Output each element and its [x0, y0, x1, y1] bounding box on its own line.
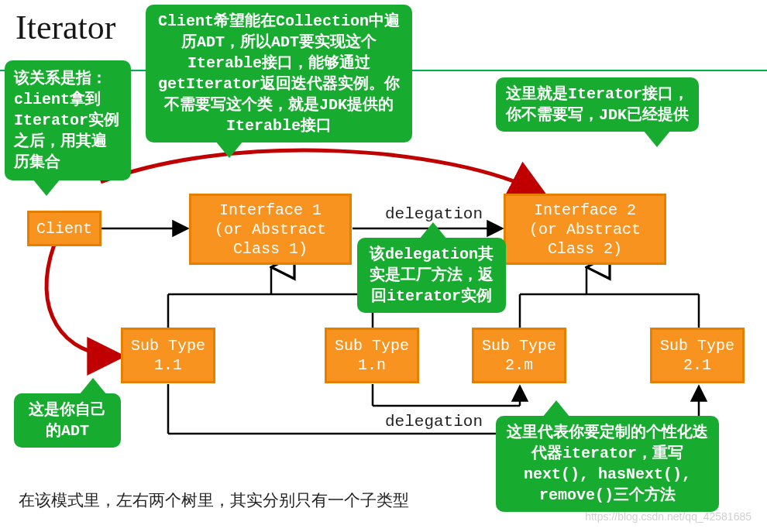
box-interface-2: Interface 2 (or Abstract Class 2)	[504, 194, 666, 265]
box-interface-1: Interface 1 (or Abstract Class 1)	[189, 194, 352, 265]
box-subtype-1-1: Sub Type 1.1	[121, 328, 215, 383]
callout-top-right: 这里就是Iterator接口，你不需要写，JDK已经提供	[496, 77, 699, 132]
box-subtype-2-m: Sub Type 2.m	[472, 328, 566, 383]
label-delegation-bottom: delegation	[385, 413, 483, 431]
label-delegation-top: delegation	[385, 205, 483, 223]
box-client: Client	[27, 211, 101, 246]
callout-top-right-text: 这里就是Iterator接口，你不需要写，JDK已经提供	[506, 85, 689, 124]
callout-top-center: Client希望能在Collection中遍历ADT，所以ADT要实现这个Ite…	[146, 5, 412, 142]
box-subtype-2-1: Sub Type 2.1	[650, 328, 745, 383]
box-subtype-1-n: Sub Type 1.n	[325, 328, 419, 383]
footer-note: 在该模式里，左右两个树里，其实分别只有一个子类型	[19, 489, 409, 511]
callout-left-text: 该关系是指：client拿到Iterator实例之后，用其遍历集合	[14, 70, 119, 171]
page-title: Iterator	[15, 8, 115, 47]
callout-top-center-text: Client希望能在Collection中遍历ADT，所以ADT要实现这个Ite…	[158, 12, 400, 135]
callout-bottom-right: 这里代表你要定制的个性化迭代器iterator，重写next(), hasNex…	[496, 416, 719, 512]
callout-bottom-right-text: 这里代表你要定制的个性化迭代器iterator，重写next(), hasNex…	[507, 424, 708, 504]
watermark: https://blog.csdn.net/qq_42581685	[585, 510, 752, 523]
callout-mid-delegation: 该delegation其实是工厂方法，返回iterator实例	[357, 238, 506, 313]
callout-bottom-left-text: 这是你自己的ADT	[29, 401, 106, 440]
callout-left: 该关系是指：client拿到Iterator实例之后，用其遍历集合	[5, 60, 131, 180]
callout-mid-text: 该delegation其实是工厂方法，返回iterator实例	[370, 245, 494, 305]
callout-bottom-left: 这是你自己的ADT	[14, 393, 121, 448]
